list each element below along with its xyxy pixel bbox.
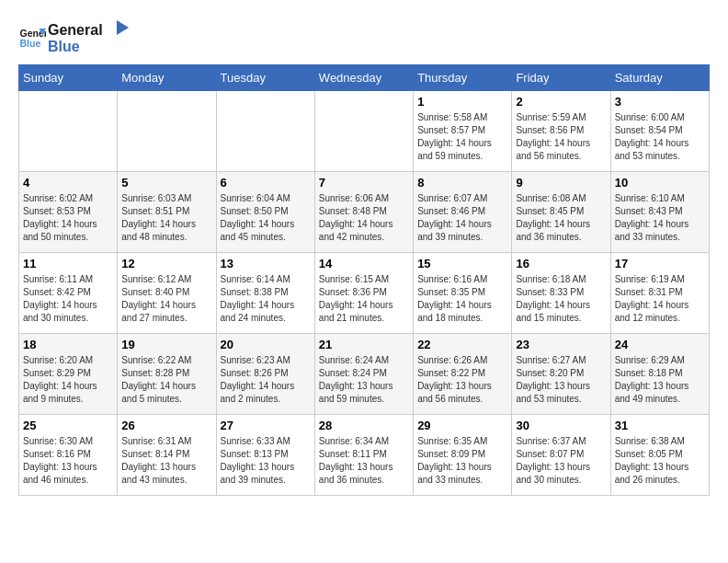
day-number: 19 xyxy=(121,338,211,351)
day-info: Sunrise: 5:58 AM Sunset: 8:57 PM Dayligh… xyxy=(417,111,507,163)
calendar-cell: 18Sunrise: 6:20 AM Sunset: 8:29 PM Dayli… xyxy=(19,334,118,415)
day-number: 22 xyxy=(417,338,507,351)
day-info: Sunrise: 6:19 AM Sunset: 8:31 PM Dayligh… xyxy=(615,273,705,325)
day-info: Sunrise: 6:03 AM Sunset: 8:51 PM Dayligh… xyxy=(121,192,211,244)
day-number: 30 xyxy=(516,419,606,432)
day-info: Sunrise: 6:37 AM Sunset: 8:07 PM Dayligh… xyxy=(516,435,606,487)
day-number: 29 xyxy=(417,419,507,432)
calendar-cell: 16Sunrise: 6:18 AM Sunset: 8:33 PM Dayli… xyxy=(512,253,610,334)
calendar-cell xyxy=(216,91,314,172)
calendar-cell: 9Sunrise: 6:08 AM Sunset: 8:45 PM Daylig… xyxy=(512,172,610,253)
calendar-cell: 17Sunrise: 6:19 AM Sunset: 8:31 PM Dayli… xyxy=(610,253,709,334)
calendar-cell: 26Sunrise: 6:31 AM Sunset: 8:14 PM Dayli… xyxy=(118,415,216,496)
day-number: 21 xyxy=(319,338,409,351)
calendar-cell: 4Sunrise: 6:02 AM Sunset: 8:53 PM Daylig… xyxy=(19,172,118,253)
day-info: Sunrise: 6:18 AM Sunset: 8:33 PM Dayligh… xyxy=(516,273,606,325)
calendar-cell xyxy=(118,91,216,172)
day-number: 28 xyxy=(319,419,409,432)
day-info: Sunrise: 6:29 AM Sunset: 8:18 PM Dayligh… xyxy=(615,354,705,406)
day-number: 17 xyxy=(615,257,705,270)
day-number: 14 xyxy=(319,257,409,270)
day-info: Sunrise: 6:24 AM Sunset: 8:24 PM Dayligh… xyxy=(319,354,409,406)
day-number: 1 xyxy=(417,95,507,109)
day-number: 8 xyxy=(417,176,507,190)
weekday-header-sunday: Sunday xyxy=(19,65,118,91)
day-info: Sunrise: 6:04 AM Sunset: 8:50 PM Dayligh… xyxy=(221,192,311,244)
weekday-header-friday: Friday xyxy=(512,65,610,91)
weekday-header-wednesday: Wednesday xyxy=(314,65,413,91)
svg-marker-5 xyxy=(117,20,129,35)
calendar-cell: 29Sunrise: 6:35 AM Sunset: 8:09 PM Dayli… xyxy=(414,415,512,496)
weekday-header-thursday: Thursday xyxy=(414,65,512,91)
logo-svg: General Blue xyxy=(48,18,131,55)
calendar-cell: 14Sunrise: 6:15 AM Sunset: 8:36 PM Dayli… xyxy=(314,253,413,334)
calendar-cell xyxy=(19,91,118,172)
weekday-header-row: SundayMondayTuesdayWednesdayThursdayFrid… xyxy=(19,65,710,91)
svg-text:General: General xyxy=(48,22,103,38)
day-number: 6 xyxy=(221,176,311,190)
day-info: Sunrise: 6:34 AM Sunset: 8:11 PM Dayligh… xyxy=(319,435,409,487)
day-number: 15 xyxy=(417,257,507,270)
day-number: 24 xyxy=(615,338,705,351)
calendar-cell: 22Sunrise: 6:26 AM Sunset: 8:22 PM Dayli… xyxy=(414,334,512,415)
day-info: Sunrise: 6:10 AM Sunset: 8:43 PM Dayligh… xyxy=(615,192,705,244)
calendar-cell: 30Sunrise: 6:37 AM Sunset: 8:07 PM Dayli… xyxy=(512,415,610,496)
calendar-cell: 27Sunrise: 6:33 AM Sunset: 8:13 PM Dayli… xyxy=(216,415,314,496)
calendar-cell: 13Sunrise: 6:14 AM Sunset: 8:38 PM Dayli… xyxy=(216,253,314,334)
weekday-header-monday: Monday xyxy=(118,65,216,91)
day-info: Sunrise: 6:15 AM Sunset: 8:36 PM Dayligh… xyxy=(319,273,409,325)
day-number: 25 xyxy=(23,419,113,432)
day-info: Sunrise: 6:12 AM Sunset: 8:40 PM Dayligh… xyxy=(121,273,211,325)
day-number: 5 xyxy=(121,176,211,190)
calendar-cell: 21Sunrise: 6:24 AM Sunset: 8:24 PM Dayli… xyxy=(314,334,413,415)
day-info: Sunrise: 6:26 AM Sunset: 8:22 PM Dayligh… xyxy=(417,354,507,406)
day-info: Sunrise: 6:07 AM Sunset: 8:46 PM Dayligh… xyxy=(417,192,507,244)
svg-text:Blue: Blue xyxy=(20,38,41,49)
calendar-cell: 20Sunrise: 6:23 AM Sunset: 8:26 PM Dayli… xyxy=(216,334,314,415)
week-row-1: 1Sunrise: 5:58 AM Sunset: 8:57 PM Daylig… xyxy=(19,91,710,172)
day-number: 7 xyxy=(319,176,409,190)
calendar-cell xyxy=(314,91,413,172)
day-info: Sunrise: 6:11 AM Sunset: 8:42 PM Dayligh… xyxy=(23,273,113,325)
day-info: Sunrise: 5:59 AM Sunset: 8:56 PM Dayligh… xyxy=(516,111,606,163)
day-number: 9 xyxy=(516,176,606,190)
calendar-cell: 8Sunrise: 6:07 AM Sunset: 8:46 PM Daylig… xyxy=(414,172,512,253)
calendar-cell: 1Sunrise: 5:58 AM Sunset: 8:57 PM Daylig… xyxy=(414,91,512,172)
calendar-cell: 7Sunrise: 6:06 AM Sunset: 8:48 PM Daylig… xyxy=(314,172,413,253)
day-number: 18 xyxy=(23,338,113,351)
day-number: 12 xyxy=(121,257,211,270)
calendar-cell: 10Sunrise: 6:10 AM Sunset: 8:43 PM Dayli… xyxy=(610,172,709,253)
logo: General Blue General Blue xyxy=(18,18,131,55)
week-row-2: 4Sunrise: 6:02 AM Sunset: 8:53 PM Daylig… xyxy=(19,172,710,253)
calendar-cell: 3Sunrise: 6:00 AM Sunset: 8:54 PM Daylig… xyxy=(610,91,709,172)
calendar-cell: 23Sunrise: 6:27 AM Sunset: 8:20 PM Dayli… xyxy=(512,334,610,415)
day-info: Sunrise: 6:30 AM Sunset: 8:16 PM Dayligh… xyxy=(23,435,113,487)
day-info: Sunrise: 6:23 AM Sunset: 8:26 PM Dayligh… xyxy=(221,354,311,406)
day-info: Sunrise: 6:20 AM Sunset: 8:29 PM Dayligh… xyxy=(23,354,113,406)
day-info: Sunrise: 6:08 AM Sunset: 8:45 PM Dayligh… xyxy=(516,192,606,244)
day-info: Sunrise: 6:02 AM Sunset: 8:53 PM Dayligh… xyxy=(23,192,113,244)
calendar-cell: 6Sunrise: 6:04 AM Sunset: 8:50 PM Daylig… xyxy=(216,172,314,253)
week-row-5: 25Sunrise: 6:30 AM Sunset: 8:16 PM Dayli… xyxy=(19,415,710,496)
day-number: 16 xyxy=(516,257,606,270)
day-info: Sunrise: 6:38 AM Sunset: 8:05 PM Dayligh… xyxy=(615,435,705,487)
weekday-header-tuesday: Tuesday xyxy=(216,65,314,91)
day-info: Sunrise: 6:27 AM Sunset: 8:20 PM Dayligh… xyxy=(516,354,606,406)
day-info: Sunrise: 6:33 AM Sunset: 8:13 PM Dayligh… xyxy=(221,435,311,487)
page-header: General Blue General Blue xyxy=(18,18,710,55)
day-number: 31 xyxy=(615,419,705,432)
day-number: 11 xyxy=(23,257,113,270)
day-number: 26 xyxy=(121,419,211,432)
day-number: 20 xyxy=(221,338,311,351)
day-info: Sunrise: 6:22 AM Sunset: 8:28 PM Dayligh… xyxy=(121,354,211,406)
calendar-cell: 12Sunrise: 6:12 AM Sunset: 8:40 PM Dayli… xyxy=(118,253,216,334)
calendar-cell: 5Sunrise: 6:03 AM Sunset: 8:51 PM Daylig… xyxy=(118,172,216,253)
calendar-cell: 28Sunrise: 6:34 AM Sunset: 8:11 PM Dayli… xyxy=(314,415,413,496)
day-info: Sunrise: 6:06 AM Sunset: 8:48 PM Dayligh… xyxy=(319,192,409,244)
calendar-cell: 31Sunrise: 6:38 AM Sunset: 8:05 PM Dayli… xyxy=(610,415,709,496)
day-info: Sunrise: 6:16 AM Sunset: 8:35 PM Dayligh… xyxy=(417,273,507,325)
week-row-3: 11Sunrise: 6:11 AM Sunset: 8:42 PM Dayli… xyxy=(19,253,710,334)
weekday-header-saturday: Saturday xyxy=(610,65,709,91)
calendar-cell: 11Sunrise: 6:11 AM Sunset: 8:42 PM Dayli… xyxy=(19,253,118,334)
day-number: 10 xyxy=(615,176,705,190)
